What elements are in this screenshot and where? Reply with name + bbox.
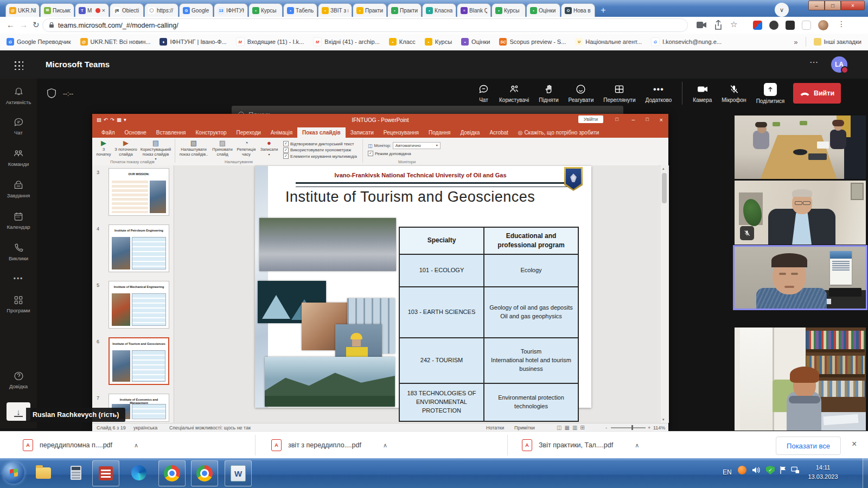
- ribbon-tab-view[interactable]: Подання: [424, 127, 455, 138]
- ribbon-tab-record[interactable]: Записати: [346, 127, 379, 138]
- tab-https[interactable]: ◯https://: [144, 3, 178, 17]
- close-downloads-icon[interactable]: ×: [852, 439, 857, 449]
- forward-icon[interactable]: →: [20, 20, 28, 29]
- comments-toggle[interactable]: Примітки: [514, 425, 535, 431]
- rail-item-help[interactable]: Довідка: [0, 370, 37, 389]
- extension-icon-1[interactable]: [753, 21, 762, 30]
- language-status[interactable]: українська: [133, 425, 157, 431]
- window-restore-button[interactable]: □: [825, 1, 841, 10]
- download-item-1[interactable]: Aпереддипломна п....pdf∧: [23, 432, 138, 459]
- call-react-button[interactable]: Реагувати: [569, 84, 594, 103]
- zoom-out-icon[interactable]: -: [605, 425, 607, 431]
- taskbar-chrome-button-2[interactable]: [191, 460, 218, 486]
- record-button[interactable]: ●Записати▾: [258, 139, 280, 157]
- tray-network-icon[interactable]: [791, 466, 800, 474]
- checkbox-presenter-view[interactable]: ✓Режим доповідача: [368, 151, 411, 156]
- reload-icon[interactable]: ↻: [33, 20, 40, 30]
- checkbox-timings[interactable]: ✓Використовувати хронометраж: [283, 147, 357, 153]
- call-view-button[interactable]: Переглянути: [603, 84, 635, 103]
- call-participants-button[interactable]: Користувачі: [499, 84, 529, 103]
- bookmark-item[interactable]: ♦ІФНТУНГ | Івано-Ф...: [159, 38, 226, 46]
- tab-ifntung-calendar[interactable]: 13ІФНТУН: [214, 3, 248, 17]
- accessibility-status[interactable]: Спеціальні можливості: щось не так: [169, 425, 251, 431]
- view-buttons[interactable]: ◫▦▥⊞: [557, 425, 588, 431]
- tab-otsinky[interactable]: •Оцінки: [526, 3, 560, 17]
- taskbar-clock[interactable]: 14:1113.03.2023: [805, 463, 841, 481]
- call-camera-button[interactable]: Камера: [693, 84, 712, 103]
- monitor-select[interactable]: ◫Монітор:Автоматично▾: [368, 142, 441, 149]
- monitor-dropdown[interactable]: Автоматично▾: [393, 142, 441, 149]
- bookmark-item[interactable]: •Оцінки: [461, 38, 490, 46]
- hide-slide-button[interactable]: ▨Приховати слайд: [210, 139, 234, 157]
- ribbon-tab-design[interactable]: Конструктор: [191, 127, 232, 138]
- back-icon[interactable]: ←: [7, 20, 15, 29]
- tab-google[interactable]: GGoogle: [179, 3, 213, 17]
- bookmark-item[interactable]: GI.konsevich@nung.e...: [651, 37, 722, 46]
- bookmark-item[interactable]: @UKR.NET: Всі новин...: [80, 38, 151, 46]
- ppt-restore-button[interactable]: □: [646, 117, 649, 122]
- slide-thumbnail-4[interactable]: Institute of Petroleum Engineering: [108, 224, 169, 272]
- ribbon-tab-animations[interactable]: Анімація: [266, 127, 297, 138]
- ribbon-tab-review[interactable]: Рецензування: [379, 127, 424, 138]
- tab-nova[interactable]: OНова в: [561, 3, 595, 17]
- tab-obiecti[interactable]: (RObiecti: [110, 3, 144, 17]
- tab-prakty-2[interactable]: •Практи: [387, 3, 422, 17]
- from-beginning-button[interactable]: ▶З початку: [94, 139, 113, 157]
- show-desktop-button[interactable]: [863, 458, 868, 488]
- rail-item-apps[interactable]: Програми: [0, 294, 37, 313]
- bookmark-item[interactable]: ѰНаціональне агент...: [575, 38, 642, 46]
- tab-kursy-2[interactable]: •Курсы: [492, 3, 526, 17]
- ribbon-tab-home[interactable]: Основне: [120, 127, 151, 138]
- scroll-thumb[interactable]: [662, 173, 667, 203]
- tray-antivirus-icon[interactable]: [738, 466, 746, 474]
- tab-zvit[interactable]: •ЗВІТ з п: [318, 3, 352, 17]
- video-tile-man-suit[interactable]: [735, 181, 866, 245]
- download-item-2[interactable]: Aзвіт з переддипло....pdf∧: [271, 432, 387, 459]
- tab-ukrnet[interactable]: @UKR.NE: [5, 3, 40, 17]
- zoom-in-icon[interactable]: +: [648, 425, 650, 431]
- call-mic-muted-button[interactable]: Мікрофон: [722, 84, 746, 103]
- teams-user-avatar[interactable]: LA: [831, 56, 847, 73]
- show-all-downloads-button[interactable]: Показати все: [776, 436, 841, 455]
- from-current-slide-button[interactable]: ▶З поточного слайда: [113, 139, 139, 157]
- ribbon-tab-help[interactable]: Довідка: [455, 127, 484, 138]
- ppt-ribbon-options-icon[interactable]: □: [616, 117, 618, 122]
- call-share-button[interactable]: Поділитися: [756, 83, 785, 104]
- rail-item-assignments[interactable]: Завдання: [0, 179, 37, 198]
- extension-puzzle-icon[interactable]: [786, 21, 795, 30]
- zoom-slider-thumb[interactable]: [631, 425, 633, 430]
- share-page-icon[interactable]: [714, 20, 723, 30]
- window-close-button[interactable]: ×: [841, 1, 865, 10]
- teams-more-options-icon[interactable]: ⋯: [809, 57, 818, 67]
- tab-close-icon[interactable]: ×: [102, 7, 105, 14]
- ppt-sign-in-button[interactable]: Увійти: [578, 115, 603, 123]
- checkbox-narration[interactable]: ✓Відтворювати дикторський текст: [283, 141, 357, 146]
- ppt-minimize-button[interactable]: –: [631, 117, 635, 123]
- tab-prakty-1[interactable]: •Практи: [353, 3, 387, 17]
- call-chat-button[interactable]: Чат: [478, 84, 489, 103]
- other-bookmarks-folder[interactable]: Інші закладки: [814, 38, 861, 46]
- ribbon-tab-insert[interactable]: Вставлення: [151, 127, 191, 138]
- bookmark-item[interactable]: SCScopus preview - S...: [499, 38, 566, 46]
- video-tile-active-speaker[interactable]: [733, 245, 867, 310]
- ppt-scrollbar[interactable]: ▴▾: [660, 165, 669, 423]
- custom-slideshow-button[interactable]: ▤Користувацький показ слайдів▾: [139, 139, 173, 161]
- slide-thumbnail-5[interactable]: Institute of Mechanical Engineering: [108, 281, 169, 329]
- tray-security-icon[interactable]: ✓: [766, 466, 775, 474]
- download-chevron-icon[interactable]: ∧: [383, 442, 387, 449]
- keyboard-language-indicator[interactable]: EN: [723, 468, 732, 476]
- ribbon-tab-slideshow-active[interactable]: Показ слайдів: [297, 127, 346, 138]
- call-more-button[interactable]: •••Додатково: [646, 84, 672, 103]
- new-tab-button[interactable]: +: [596, 3, 611, 17]
- slide-thumbnail-6-selected[interactable]: Institute of Tourism and Geosciences: [108, 337, 169, 385]
- slide-thumbnail-3[interactable]: OUR MISSION:: [108, 168, 169, 216]
- notes-toggle[interactable]: Нотатки: [486, 425, 504, 431]
- start-button[interactable]: [3, 462, 24, 484]
- tab-kursy-1[interactable]: •Курсы: [248, 3, 283, 17]
- zoom-slider-track[interactable]: [611, 427, 646, 428]
- ppt-close-button[interactable]: ×: [660, 117, 663, 123]
- tray-flag-icon[interactable]: [779, 466, 788, 474]
- tab-mail[interactable]: ✉Письмо: [40, 3, 74, 17]
- tab-blank-quiz[interactable]: ≡Blank Q: [457, 3, 491, 17]
- video-tile-woman-library[interactable]: [735, 328, 866, 431]
